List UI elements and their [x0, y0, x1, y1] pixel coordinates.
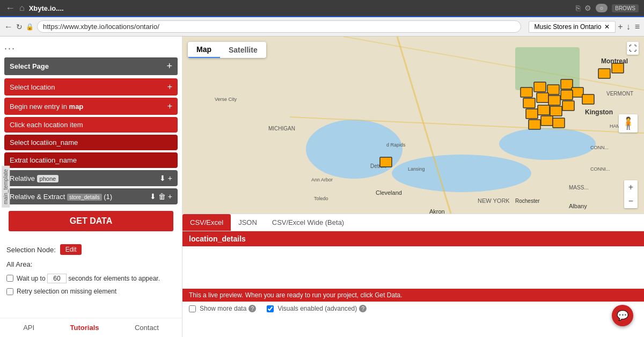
map-zoom-controls: + −	[624, 180, 638, 208]
step-relative-extract-actions: ⬇ 🗑 +	[150, 192, 172, 201]
satellite-view-btn[interactable]: Satellite	[220, 42, 266, 58]
tab-bar-browser: Music Stores in Ontario ✕ +	[529, 21, 623, 33]
tab-close-btn[interactable]: ✕	[604, 23, 610, 31]
map-svg: Montreal Kingston Albany Cleveland Akron…	[182, 36, 644, 214]
addr-refresh-btn[interactable]: ↻	[16, 23, 23, 31]
step-add-btn[interactable]: +	[168, 174, 172, 182]
step-extract-delete-btn[interactable]: 🗑	[158, 192, 166, 201]
step-extract-add-btn[interactable]: +	[168, 192, 172, 201]
svg-rect-40	[562, 101, 574, 111]
step-extract-download-btn[interactable]: ⬇	[150, 192, 156, 201]
addr-actions: ↓ ≡	[626, 22, 640, 32]
sidebar-top: ··· Select Page + Select location + Begi…	[0, 36, 182, 240]
svg-point-1	[306, 120, 402, 179]
toggle-switch[interactable]: ○	[596, 4, 608, 12]
svg-rect-33	[523, 98, 535, 108]
contact-link[interactable]: Contact	[135, 324, 159, 332]
tab-json[interactable]: JSON	[231, 214, 265, 231]
select-page-add-btn[interactable]: +	[166, 61, 172, 72]
step-relative-phone-label: Relative phone	[10, 174, 61, 182]
step-click-location[interactable]: Click each location item	[4, 117, 178, 133]
browser-home-btn[interactable]: ⌂	[19, 3, 25, 13]
zoom-out-btn[interactable]: −	[624, 194, 638, 208]
step-extract-location-name-label: Extrat locatiion_name	[10, 156, 77, 164]
addr-download-icon[interactable]: ↓	[626, 22, 631, 32]
step-relative-extract[interactable]: Relative & Extract store_details (1) ⬇ 🗑…	[4, 188, 178, 204]
svg-rect-32	[582, 94, 594, 104]
three-dots[interactable]: ···	[4, 41, 178, 57]
browse-button[interactable]: BROWS	[612, 4, 639, 12]
svg-point-3	[499, 128, 596, 160]
browser-back-btn[interactable]: ←	[5, 3, 15, 14]
step-begin-new-entry[interactable]: Begin new entry in map +	[4, 98, 178, 115]
addr-menu-icon[interactable]: ≡	[635, 22, 640, 32]
app-title: Xbyte.io....	[29, 4, 64, 12]
api-link[interactable]: API	[23, 324, 34, 332]
wait-text: Wait up to 60 seconds for elements to ap…	[17, 274, 160, 283]
right-content: Montreal Kingston Albany Cleveland Akron…	[182, 36, 644, 337]
add-tab-btn[interactable]: +	[618, 22, 623, 32]
tutorials-link[interactable]: Tutorials	[70, 324, 99, 332]
step-relative-phone-actions: ⬇ +	[159, 174, 172, 182]
retry-row: Retry selection on missing element	[0, 285, 182, 297]
wait-seconds-value[interactable]: 60	[47, 274, 67, 283]
map-view-btn[interactable]: Map	[188, 42, 220, 58]
addr-back-btn[interactable]: ←	[4, 22, 13, 32]
get-data-button[interactable]: GET DATA	[9, 211, 173, 231]
visuals-label[interactable]: Visuals enabled (advanced) ?	[267, 305, 367, 312]
step-select-location[interactable]: Select location +	[4, 78, 178, 96]
browser-icons: ⎘ ⚙ ○ BROWS	[576, 4, 639, 12]
step-add-icon-2[interactable]: +	[167, 101, 172, 111]
step-relative-phone[interactable]: Relative phone ⬇ +	[4, 170, 178, 186]
retry-checkbox[interactable]	[6, 288, 13, 295]
show-more-help-icon: ?	[248, 305, 256, 312]
sidebar-footer: API Tutorials Contact	[0, 318, 182, 337]
tab-title: Music Stores in Ontario	[535, 23, 602, 31]
retry-label: Retry selection on missing element	[17, 288, 116, 295]
step-download-btn[interactable]: ⬇	[159, 174, 166, 182]
svg-text:Rochester: Rochester	[515, 198, 540, 204]
chat-bubble-btn[interactable]: 💬	[612, 305, 633, 326]
show-more-label[interactable]: Show more data ?	[189, 305, 256, 312]
map-expand-btn[interactable]: ⛶	[627, 42, 639, 55]
svg-rect-30	[561, 79, 573, 89]
select-page-header: Select Page +	[4, 57, 178, 75]
wait-checkbox[interactable]	[6, 275, 13, 282]
svg-rect-41	[529, 120, 540, 129]
data-footer-text: This a live preview. When you are ready …	[182, 289, 644, 302]
svg-rect-36	[561, 90, 573, 100]
visuals-help-icon: ?	[359, 305, 367, 312]
tab-csv-excel[interactable]: CSV/Excel	[182, 214, 231, 231]
select-page-label: Select Page	[10, 62, 49, 70]
svg-rect-28	[534, 82, 546, 92]
svg-rect-45	[598, 69, 610, 78]
edit-button[interactable]: Edit	[60, 244, 82, 255]
svg-rect-35	[548, 96, 560, 105]
svg-text:Albany: Albany	[569, 203, 587, 209]
data-textarea[interactable]	[182, 246, 644, 289]
svg-rect-37	[526, 109, 538, 119]
step-add-icon[interactable]: +	[167, 82, 172, 92]
data-tab-bar: CSV/Excel JSON CSV/Excel Wide (Beta)	[182, 214, 644, 231]
zoom-in-btn[interactable]: +	[624, 180, 638, 194]
svg-text:Akron: Akron	[429, 208, 445, 214]
svg-rect-39	[550, 106, 562, 116]
step-select-location-name-label: Select locatiion_name	[10, 138, 78, 146]
step-select-location-label: Select location	[10, 83, 55, 91]
step-extract-location-name[interactable]: Extrat locatiion_name	[4, 152, 178, 168]
main-layout: main_template ··· Select Page + Select l…	[0, 36, 644, 337]
browser-tab[interactable]: Music Stores in Ontario ✕	[529, 21, 616, 33]
svg-text:Kingston: Kingston	[585, 108, 613, 116]
settings-icon[interactable]: ⚙	[584, 4, 591, 12]
show-more-checkbox[interactable]	[189, 305, 196, 312]
tab-csv-wide[interactable]: CSV/Excel Wide (Beta)	[265, 214, 352, 231]
copy-icon[interactable]: ⎘	[576, 4, 580, 12]
bottom-panel: CSV/Excel JSON CSV/Excel Wide (Beta) loc…	[182, 214, 644, 316]
step-begin-new-entry-label: Begin new entry in map	[10, 102, 83, 111]
address-input[interactable]	[37, 20, 521, 33]
step-select-location-name[interactable]: Select locatiion_name	[4, 135, 178, 150]
svg-text:Verse City: Verse City	[215, 97, 237, 102]
step-relative-extract-label: Relative & Extract store_details (1)	[10, 193, 112, 201]
map-area: Montreal Kingston Albany Cleveland Akron…	[182, 36, 644, 214]
visuals-checkbox[interactable]	[267, 305, 274, 312]
